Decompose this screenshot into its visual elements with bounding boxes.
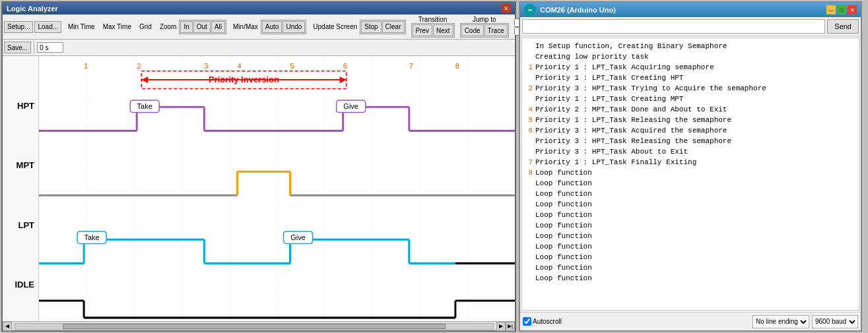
list-item: Loop function (525, 178, 856, 189)
signal-label-mpt: MPT (3, 160, 38, 170)
stop-button[interactable]: Stop (361, 21, 382, 33)
list-item: 6Priority 3 : HPT_Task Acquired the sema… (525, 125, 856, 136)
svg-text:Priority Inversion: Priority Inversion (209, 75, 279, 84)
list-item: Loop function (525, 220, 856, 231)
list-item: Loop function (525, 231, 856, 241)
line-text: Loop function (535, 231, 592, 241)
list-item: Loop function (525, 252, 856, 262)
line-number (525, 252, 533, 262)
setup-button[interactable]: Setup... (4, 21, 33, 33)
svg-text:2: 2 (137, 61, 141, 69)
scroll-left-button[interactable]: ◀ (3, 322, 12, 331)
scrollbar-thumb[interactable] (63, 324, 445, 329)
line-ending-select[interactable]: No line ending (752, 315, 809, 328)
svg-text:Take: Take (84, 233, 99, 241)
serial-input-bar: Send (520, 17, 861, 36)
line-text: Priority 1 : LPT_Task Creating MPT (535, 94, 683, 104)
serial-output-area[interactable]: In Setup function, Creating Binary Semap… (521, 38, 859, 311)
autoscroll-checkbox[interactable] (523, 317, 531, 326)
list-item: 1Priority 1 : LPT_Task Acquiring semapho… (525, 62, 856, 73)
line-number (525, 262, 533, 273)
serial-footer: Autoscroll No line ending 9600 baud (520, 312, 861, 330)
line-number (525, 231, 533, 241)
line-text: Loop function (535, 189, 592, 199)
next-button[interactable]: Next (433, 24, 453, 36)
line-text: Loop function (535, 210, 592, 220)
list-item: 8Loop function (525, 167, 856, 178)
transition-group: Transition Prev Next (411, 16, 455, 38)
jumpto-buttons: Code Trace (460, 23, 509, 38)
zoom-label: Zoom (158, 23, 178, 30)
signal-canvas-area: 1 2 3 4 5 6 7 8 (39, 56, 515, 321)
list-item: 5Priority 1 : LPT_Task Releasing the sem… (525, 115, 856, 125)
zoom-in-button[interactable]: In (180, 21, 192, 33)
list-item: 2Priority 3 : HPT_Task Trying to Acquire… (525, 83, 856, 94)
zoom-all-button[interactable]: All (211, 21, 225, 33)
serial-close-button[interactable]: ✕ (848, 5, 857, 15)
line-text: Priority 3 : HPT_Task Trying to Acquire … (535, 83, 766, 94)
toolbar-row-1: Setup... Load... Min Time Max Time Grid … (3, 15, 515, 40)
jumpto-label: Jump to (471, 16, 498, 23)
line-number (525, 273, 533, 284)
close-button[interactable]: ✕ (502, 4, 511, 13)
scroll-right-2-button[interactable]: ▶| (506, 322, 515, 331)
line-number (525, 220, 533, 231)
svg-text:Give: Give (290, 233, 306, 241)
svg-text:1: 1 (84, 61, 88, 69)
line-text: In Setup function, Creating Binary Semap… (535, 41, 727, 51)
window-controls: — □ ✕ (826, 5, 857, 15)
list-item: 4Priority 2 : MPT_Task Done and About to… (525, 104, 856, 115)
send-button[interactable]: Send (827, 19, 859, 34)
line-text: Priority 1 : LPT_Task Finally Exiting (535, 157, 696, 167)
list-item: Loop function (525, 210, 856, 220)
autoscroll-text: Autoscroll (533, 318, 562, 325)
line-number (525, 178, 533, 189)
line-number: 4 (525, 104, 533, 115)
logic-analyzer-window: Logic Analyzer ✕ Setup... Load... Min Ti… (1, 1, 516, 332)
list-item: Priority 3 : HPT_Task About to Exit (525, 146, 856, 157)
line-number (525, 210, 533, 220)
jumpto-group: Jump to Code Trace (460, 16, 509, 38)
line-number (525, 189, 533, 199)
svg-text:4: 4 (237, 61, 241, 69)
minmax-label: Min/Max (232, 23, 259, 30)
list-item: Loop function (525, 262, 856, 273)
code-button[interactable]: Code (461, 24, 484, 36)
line-number: 2 (525, 83, 533, 94)
line-number: 5 (525, 115, 533, 125)
serial-monitor-window: ∞ COM26 (Arduino Uno) — □ ✕ Send In Setu… (519, 1, 862, 332)
save-button[interactable]: Save... (4, 42, 31, 53)
line-text: Priority 3 : HPT_Task Acquired the semap… (535, 125, 727, 136)
signal-area: HPT MPT LPT IDLE 1 2 3 (3, 56, 515, 321)
minmax-group: Auto Undo (261, 20, 306, 34)
scrollbar-area: ◀ ▶ ▶| (3, 321, 515, 330)
maximize-button[interactable]: □ (837, 5, 846, 15)
line-text: Loop function (535, 273, 592, 284)
scrollbar-track[interactable] (15, 323, 494, 330)
line-number (525, 73, 533, 83)
serial-input-field[interactable] (522, 19, 825, 34)
line-number (525, 241, 533, 252)
line-text: Loop function (535, 241, 592, 252)
zoom-group: In Out All (179, 20, 226, 34)
line-number: 6 (525, 125, 533, 136)
trace-button[interactable]: Trace (484, 24, 508, 36)
autoscroll-label[interactable]: Autoscroll (523, 317, 562, 326)
baud-rate-select[interactable]: 9600 baud (812, 315, 858, 328)
clear-button[interactable]: Clear (382, 21, 405, 33)
line-text: Priority 3 : HPT_Task Releasing the sema… (535, 136, 731, 146)
min-time-input[interactable] (37, 42, 63, 53)
list-item: Priority 3 : HPT_Task Releasing the sema… (525, 136, 856, 146)
auto-button[interactable]: Auto (262, 21, 283, 33)
toolbar-row-2: Save... (3, 40, 515, 56)
svg-text:Take: Take (137, 102, 152, 110)
signal-label-hpt: HPT (3, 101, 38, 111)
undo-button[interactable]: Undo (283, 21, 305, 33)
list-item: 7Priority 1 : LPT_Task Finally Exiting (525, 157, 856, 167)
load-button[interactable]: Load... (34, 21, 61, 33)
minimize-button[interactable]: — (826, 5, 836, 15)
line-text: Loop function (535, 252, 592, 262)
scroll-right-1-button[interactable]: ▶ (496, 322, 506, 331)
prev-button[interactable]: Prev (413, 24, 433, 36)
zoom-out-button[interactable]: Out (193, 21, 211, 33)
